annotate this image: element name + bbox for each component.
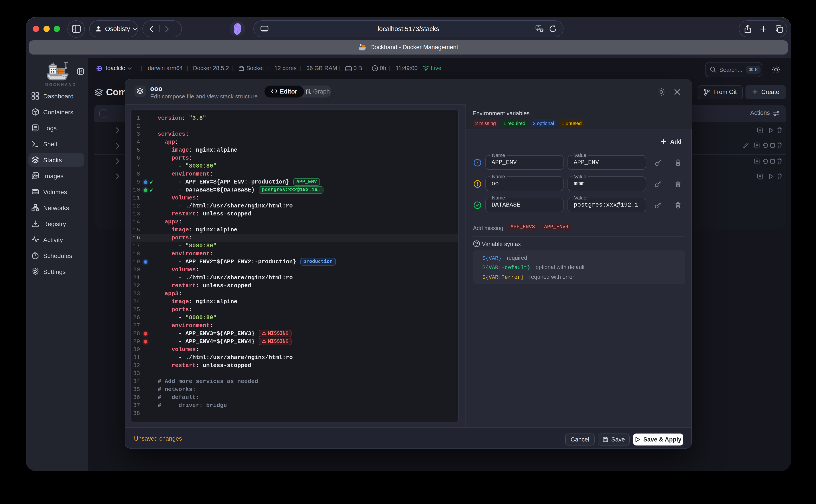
- svg-text:A: A: [537, 25, 539, 29]
